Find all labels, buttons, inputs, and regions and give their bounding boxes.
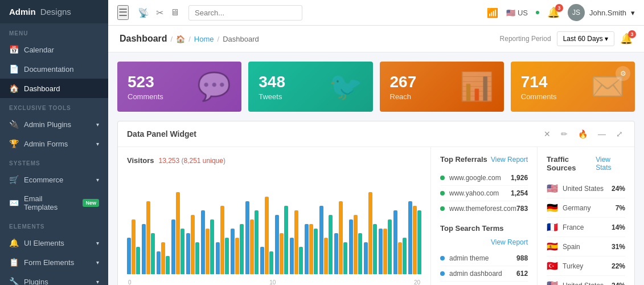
minimize-panel-button[interactable]: — <box>596 128 608 140</box>
sidebar-item-ui-elements[interactable]: 🔔 UI Elements ▾ <box>0 233 108 253</box>
traffic-view-link[interactable]: View Stats <box>596 156 625 172</box>
chart-bar <box>314 229 318 274</box>
chevron-icon: ▾ <box>96 279 99 285</box>
sidebar-item-documentation[interactable]: 📄 Documentation <box>0 59 108 79</box>
traffic-pct: 24% <box>612 282 625 286</box>
user-chevron-icon: ▾ <box>631 9 635 17</box>
page-title: Dashboard <box>120 34 167 44</box>
fire-panel-button[interactable]: 🔥 <box>576 128 590 140</box>
email-icon: ✉️ <box>9 198 18 207</box>
chart-bar <box>255 210 259 274</box>
sidebar-item-dashboard[interactable]: 🏠 Dashboard <box>0 79 108 98</box>
sidebar-item-label: Admin Forms <box>24 140 68 148</box>
header-notification-badge: 3 <box>628 30 636 38</box>
chart-bar <box>275 215 279 274</box>
chart-bar <box>151 233 155 274</box>
chart-bar <box>413 206 417 274</box>
chart-bar <box>195 242 199 274</box>
chart-bar <box>250 219 254 274</box>
search-input[interactable] <box>188 5 302 21</box>
sidebar-item-ecommerce[interactable]: 🛒 Ecommerce ▾ <box>0 170 108 189</box>
search-terms-view-link[interactable]: View Report <box>491 238 528 246</box>
edit-panel-button[interactable]: ✏ <box>559 128 570 140</box>
referrals-view-link[interactable]: View Report <box>491 156 528 164</box>
gear-button[interactable]: ⚙ <box>616 66 630 81</box>
data-panel-title: Data Panel Widget <box>127 129 196 139</box>
chart-bar <box>290 238 294 274</box>
brand-admin: Admin <box>9 7 36 17</box>
chevron-icon: ▾ <box>96 240 99 246</box>
sidebar-item-form-elements[interactable]: 📋 Form Elements ▾ <box>0 253 108 272</box>
locale-label: US <box>518 9 528 17</box>
chart-bar <box>166 256 170 274</box>
sidebar-item-label: Admin Plugins <box>24 120 71 129</box>
chart-bar <box>349 219 353 274</box>
period-button[interactable]: Last 60 Days ▾ <box>557 31 614 46</box>
bar-group <box>408 201 421 274</box>
stat-value: 348 <box>259 73 285 91</box>
flag-us: 🇺🇸 <box>547 183 558 194</box>
status-dot <box>536 11 539 14</box>
ref-dot <box>440 271 445 276</box>
ref-item: www.themeforest.com 783 <box>440 201 528 216</box>
chart-bar <box>245 201 249 274</box>
stat-label: Tweets <box>259 92 285 101</box>
breadcrumb-home-link[interactable]: Home <box>194 35 214 43</box>
traffic-pct: 31% <box>612 243 625 251</box>
chart-bar <box>354 215 358 274</box>
sidebar-logo: AdminDesigns <box>0 0 108 23</box>
chart-bar <box>265 197 269 274</box>
bar-group <box>393 210 407 274</box>
ref-count: 1,254 <box>511 189 528 197</box>
chart-bar <box>161 242 165 274</box>
sidebar-item-plugins[interactable]: 🔧 Plugins ▾ <box>0 272 108 285</box>
notification-button[interactable]: 🔔 3 <box>547 6 560 19</box>
traffic-pct: 7% <box>616 204 625 212</box>
chart-bar <box>181 229 184 274</box>
new-badge: New <box>83 199 99 207</box>
sidebar-section-menu: MENU <box>0 23 108 40</box>
chart-bar <box>324 238 328 274</box>
bar-group <box>290 210 303 274</box>
brand-designs: Designs <box>40 7 71 17</box>
signal-icon[interactable]: 📶 <box>487 7 498 18</box>
chart-bar <box>132 219 136 274</box>
tools-icon[interactable]: ✂ <box>156 7 163 18</box>
sidebar-item-label: UI Elements <box>24 239 64 247</box>
stat-value: 267 <box>390 73 417 91</box>
sidebar-item-calendar[interactable]: 📅 Calendar <box>0 40 108 59</box>
sidebar-item-admin-plugins[interactable]: 🔌 Admin Plugins ▾ <box>0 115 108 134</box>
bar-group <box>319 206 333 274</box>
close-panel-button[interactable]: ✕ <box>542 128 553 140</box>
ref-name: www.yahoo.com <box>449 189 511 197</box>
chart-section: Visitors 13,253 (8,251 unique) 0 10 20 <box>118 147 431 285</box>
stat-info: 348 Tweets <box>259 73 285 101</box>
chart-bar <box>240 224 244 274</box>
bar-group <box>201 210 214 274</box>
bar-group <box>157 242 170 274</box>
search-term-item: admin dashboard 612 <box>440 266 528 282</box>
search-term-count: 612 <box>516 270 528 278</box>
header-notification-button[interactable]: 🔔 3 <box>620 32 633 45</box>
sidebar-item-email-templates[interactable]: ✉️ Email Templates New <box>0 189 108 217</box>
chart-bar <box>294 210 298 274</box>
desktop-icon[interactable]: 🖥 <box>170 7 179 18</box>
breadcrumb-home-icon: 🏠 <box>176 35 185 43</box>
sidebar-item-admin-forms[interactable]: 🏆 Admin Forms ▾ <box>0 134 108 153</box>
expand-panel-button[interactable]: ⤢ <box>614 128 625 140</box>
flag-tr: 🇹🇷 <box>547 260 558 271</box>
bar-group <box>260 197 273 274</box>
chart-header: Visitors 13,253 (8,251 unique) <box>127 156 421 165</box>
ref-item: www.yahoo.com 1,254 <box>440 186 528 201</box>
form-icon: 📋 <box>9 258 18 267</box>
user-menu[interactable]: JS John.Smith ▾ <box>568 4 635 21</box>
hamburger-button[interactable]: ☰ <box>117 5 129 20</box>
chart-bar <box>334 233 338 274</box>
antenna-icon[interactable]: 📡 <box>138 7 149 18</box>
stat-label: Comments <box>521 92 557 101</box>
ref-count: 783 <box>516 205 528 213</box>
locale-selector[interactable]: 🇺🇸 US <box>506 9 528 17</box>
plugin-icon: 🔌 <box>9 120 18 129</box>
stat-label: Reach <box>390 92 417 101</box>
reach-bg-icon: 📊 <box>460 71 494 103</box>
